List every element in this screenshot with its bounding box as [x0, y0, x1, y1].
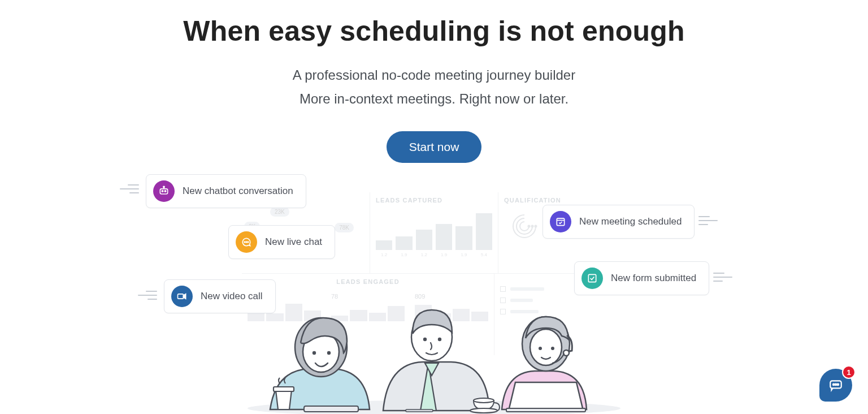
svg-rect-21: [506, 408, 585, 412]
calendar-check-icon: [550, 211, 571, 232]
hero-title: When easy scheduling is not enough: [0, 15, 868, 48]
svg-point-25: [163, 186, 164, 187]
people-illustration: [236, 268, 632, 414]
notification-label: New meeting scheduled: [579, 216, 682, 227]
svg-point-24: [164, 191, 166, 192]
svg-point-14: [470, 408, 497, 413]
panel-title-leads-captured: LEADS CAPTURED: [376, 197, 492, 204]
svg-rect-15: [406, 409, 433, 412]
svg-point-35: [837, 384, 839, 386]
chat-widget-button[interactable]: 1: [819, 369, 852, 402]
notification-card-form: New form submitted: [574, 261, 709, 295]
svg-point-11: [423, 338, 427, 341]
notification-label: New live chat: [265, 236, 322, 248]
svg-point-17: [530, 329, 562, 365]
svg-point-1: [532, 226, 533, 227]
svg-point-0: [535, 226, 537, 227]
svg-point-33: [833, 384, 835, 386]
svg-point-13: [474, 398, 494, 403]
svg-rect-22: [160, 189, 167, 194]
svg-point-19: [551, 347, 554, 350]
dashboard-panel-leads-captured: LEADS CAPTURED 1.2 1.9 1.2 1.9 1.9 5.4: [370, 192, 498, 273]
leads-captured-bars: [376, 209, 492, 250]
chat-notification-badge: 1: [842, 365, 856, 379]
start-now-button[interactable]: Start now: [387, 131, 482, 163]
decor-lines-icon: [698, 216, 718, 226]
notification-card-videocall: New video call: [164, 279, 276, 313]
video-camera-icon: [171, 286, 193, 307]
svg-rect-29: [178, 294, 184, 299]
svg-point-23: [162, 191, 163, 192]
notification-label: New form submitted: [611, 273, 696, 284]
svg-rect-8: [274, 387, 294, 391]
svg-rect-31: [588, 274, 596, 282]
decor-lines-icon: [713, 273, 732, 283]
visitors-chip: 78K: [335, 223, 354, 232]
svg-point-28: [248, 241, 249, 243]
leads-captured-ticks: 1.2 1.9 1.2 1.9 1.9 5.4: [376, 252, 492, 257]
svg-rect-9: [304, 406, 358, 412]
svg-point-2: [528, 226, 530, 227]
svg-point-6: [313, 351, 316, 355]
svg-rect-30: [557, 218, 564, 226]
hero-subtitle-line1: A professional no-code meeting journey b…: [293, 67, 575, 83]
notification-card-chatbot: New chatbot conversation: [146, 174, 306, 208]
chat-bubble-icon: [236, 231, 257, 253]
svg-point-26: [244, 241, 245, 243]
svg-point-34: [835, 384, 837, 386]
hero-subtitle: A professional no-code meeting journey b…: [0, 63, 868, 111]
svg-point-27: [246, 241, 247, 243]
notification-card-meeting: New meeting scheduled: [542, 205, 695, 239]
hero-subtitle-line2: More in-context meetings. Right now or l…: [300, 91, 568, 106]
chat-icon: [828, 378, 843, 393]
notification-label: New video call: [201, 291, 263, 302]
decor-lines-icon: [120, 184, 139, 195]
notification-label: New chatbot conversation: [183, 186, 293, 197]
decor-lines-icon: [138, 291, 157, 301]
svg-point-7: [327, 351, 331, 355]
chatbot-icon: [153, 180, 175, 202]
notification-card-livechat: New live chat: [228, 225, 335, 259]
svg-point-18: [539, 347, 542, 350]
panel-title-qualification: QUALIFICATION: [504, 197, 620, 204]
visitors-chip: 23K: [270, 207, 289, 217]
hero-illustration: VISITORS 15M 23K 78K 345K 6K LEADS CAPTU…: [0, 187, 868, 413]
form-check-icon: [581, 268, 603, 289]
svg-point-12: [438, 338, 441, 341]
